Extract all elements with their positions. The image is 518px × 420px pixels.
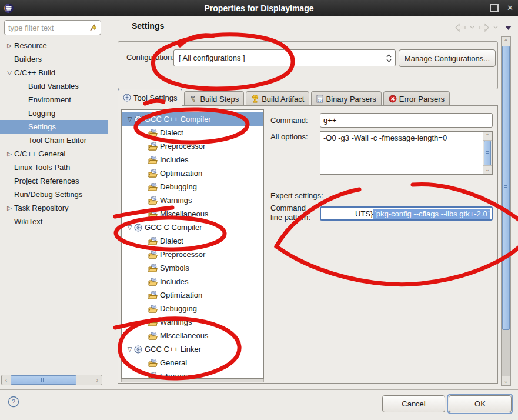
category-folder-icon xyxy=(148,129,158,137)
main-vertical-scrollbar[interactable]: ⌃ ⌄ xyxy=(501,36,511,386)
all-options-textarea[interactable]: -O0 -g3 -Wall -c -fmessage-length=0 ⌃ ⌄ xyxy=(320,131,493,175)
sidebar-item-wikitext[interactable]: WikiText xyxy=(0,215,108,228)
tree-item-warnings[interactable]: Warnings xyxy=(122,194,263,207)
expander-icon[interactable]: ▷ xyxy=(5,205,14,211)
close-button[interactable]: ✕ xyxy=(507,4,513,12)
sidebar-horizontal-scrollbar[interactable]: ‹ › xyxy=(1,375,102,385)
sidebar-item-logging[interactable]: Logging xyxy=(0,106,108,120)
category-folder-icon xyxy=(148,278,158,286)
tool-settings-tree: ▽GCC C++ Compiler Dialect Preprocessor I… xyxy=(121,109,264,379)
all-options-scrollbar[interactable]: ⌃ ⌄ xyxy=(483,132,492,174)
tree-item-warnings[interactable]: Warnings xyxy=(122,315,263,329)
tree-item-gcc-cpp-compiler[interactable]: ▽GCC C++ Compiler xyxy=(122,112,263,126)
tree-item-preprocessor[interactable]: Preprocessor xyxy=(122,139,263,153)
compiler-tool-icon xyxy=(134,115,142,124)
tree-item-optimization[interactable]: Optimization xyxy=(122,288,263,302)
tree-item-libraries[interactable]: Libraries xyxy=(122,369,263,379)
back-arrow-icon[interactable] xyxy=(454,22,467,33)
sidebar-item-build-variables[interactable]: Build Variables xyxy=(0,79,108,93)
category-folder-icon xyxy=(148,169,158,178)
window-titlebar[interactable]: Properties for DisplayImage ✕ xyxy=(0,0,518,16)
forward-arrow-icon[interactable] xyxy=(477,22,490,33)
sidebar-item-tool-chain-editor[interactable]: Tool Chain Editor xyxy=(0,134,108,147)
filter-input[interactable] xyxy=(5,24,88,32)
svg-text:010: 010 xyxy=(318,99,323,102)
tree-item-gcc-c-compiler[interactable]: ▽GCC C Compiler xyxy=(122,221,263,234)
tree-item-dialect[interactable]: Dialect xyxy=(122,126,263,139)
scroll-down-icon[interactable]: ⌄ xyxy=(483,165,492,174)
expander-icon[interactable]: ▽ xyxy=(125,224,134,231)
manage-configurations-button[interactable]: Manage Configurations... xyxy=(399,49,496,67)
forward-history-chevron-icon[interactable] xyxy=(493,26,498,29)
scrollbar-thumb[interactable] xyxy=(11,375,76,385)
tab-error-parsers[interactable]: Error Parsers xyxy=(383,91,450,106)
configuration-combo[interactable]: [ All configurations ] xyxy=(173,49,396,66)
tab-binary-parsers[interactable]: 010 Binary Parsers xyxy=(311,91,381,106)
all-options-label: All options: xyxy=(270,132,308,141)
sidebar-item-task-repository[interactable]: ▷Task Repository xyxy=(0,201,108,215)
tool-settings-panel: ▽GCC C++ Compiler Dialect Preprocessor I… xyxy=(118,105,498,384)
cancel-button[interactable]: Cancel xyxy=(382,395,445,412)
scroll-left-icon[interactable]: ‹ xyxy=(2,375,11,385)
sidebar-item-builders[interactable]: Builders xyxy=(0,52,108,66)
expander-icon[interactable]: ▷ xyxy=(5,151,14,157)
tree-item-symbols[interactable]: Symbols xyxy=(122,261,263,275)
maximize-button[interactable] xyxy=(490,4,499,12)
tree-item-preprocessor[interactable]: Preprocessor xyxy=(122,248,263,261)
scroll-right-icon[interactable]: › xyxy=(93,375,102,385)
tree-item-debugging[interactable]: Debugging xyxy=(122,302,263,315)
scroll-up-icon[interactable]: ⌃ xyxy=(483,132,492,141)
sidebar-item-linux-tools-path[interactable]: Linux Tools Path xyxy=(0,161,108,174)
clear-filter-broom-icon[interactable] xyxy=(88,23,98,32)
tree-item-includes[interactable]: Includes xyxy=(122,275,263,288)
back-history-chevron-icon[interactable] xyxy=(470,26,474,29)
tree-item-general[interactable]: General xyxy=(122,356,263,369)
scrollbar-thumb[interactable] xyxy=(502,46,510,330)
combo-spinner-icon[interactable] xyxy=(382,54,395,63)
command-line-pattern-label: line pattern: xyxy=(270,213,310,222)
preferences-sidebar: ▷Resource Builders ▽C/C++ Build Build Va… xyxy=(0,16,109,389)
tab-build-artifact[interactable]: Build Artifact xyxy=(246,91,309,106)
command-line-pattern-label: Command xyxy=(270,204,306,212)
tree-horizontal-scrollbar[interactable] xyxy=(121,379,264,382)
ok-button[interactable]: OK xyxy=(449,395,512,412)
category-folder-icon xyxy=(148,359,158,367)
tree-item-dialect[interactable]: Dialect xyxy=(122,234,263,248)
tree-item-debugging[interactable]: Debugging xyxy=(122,180,263,194)
sidebar-item-project-references[interactable]: Project References xyxy=(0,174,108,188)
sidebar-item-settings[interactable]: Settings xyxy=(0,120,108,134)
tree-item-includes[interactable]: Includes xyxy=(122,153,263,166)
eclipse-logo-icon xyxy=(4,3,14,14)
pattern-selected-text: `pkg-config --cflags --libs gtk+-2.0` xyxy=(373,209,490,219)
tree-item-miscellaneous[interactable]: Miscellaneous xyxy=(122,207,263,221)
configuration-group: Configuration: [ All configurations ] Ma… xyxy=(118,41,498,89)
tree-item-optimization[interactable]: Optimization xyxy=(122,166,263,180)
scroll-up-icon[interactable]: ⌃ xyxy=(502,37,510,46)
tree-item-gcc-cpp-linker[interactable]: ▽GCC C++ Linker xyxy=(122,342,263,356)
tab-tool-settings[interactable]: Tool Settings xyxy=(118,89,182,106)
sidebar-item-cpp-build[interactable]: ▽C/C++ Build xyxy=(0,66,108,79)
expander-icon[interactable]: ▽ xyxy=(5,69,14,76)
view-menu-icon[interactable] xyxy=(504,25,512,31)
category-folder-icon xyxy=(148,196,158,205)
tree-item-miscellaneous[interactable]: Miscellaneous xyxy=(122,329,263,342)
category-folder-icon xyxy=(148,332,158,340)
expander-icon[interactable]: ▽ xyxy=(125,116,134,122)
header-toolbar xyxy=(454,22,512,33)
sidebar-item-run-debug-settings[interactable]: Run/Debug Settings xyxy=(0,188,108,201)
pattern-visible-text: UTS} xyxy=(355,209,373,218)
tab-build-steps[interactable]: Build Steps xyxy=(184,91,244,106)
command-line-pattern-input[interactable]: UTS} `pkg-config --cflags --libs gtk+-2.… xyxy=(320,206,493,221)
scrollbar-thumb[interactable] xyxy=(484,141,491,166)
scroll-down-icon[interactable]: ⌄ xyxy=(502,376,510,385)
expander-icon[interactable]: ▽ xyxy=(125,346,134,352)
help-icon[interactable]: ? xyxy=(8,396,19,408)
sidebar-item-environment[interactable]: Environment xyxy=(0,93,108,106)
compiler-tool-icon xyxy=(134,345,142,354)
sidebar-item-resource[interactable]: ▷Resource xyxy=(0,39,108,52)
command-label: Command: xyxy=(270,116,308,125)
sidebar-item-cpp-general[interactable]: ▷C/C++ General xyxy=(0,147,108,161)
expander-icon[interactable]: ▷ xyxy=(5,42,14,49)
command-input[interactable] xyxy=(320,113,493,128)
category-folder-icon xyxy=(148,251,158,259)
